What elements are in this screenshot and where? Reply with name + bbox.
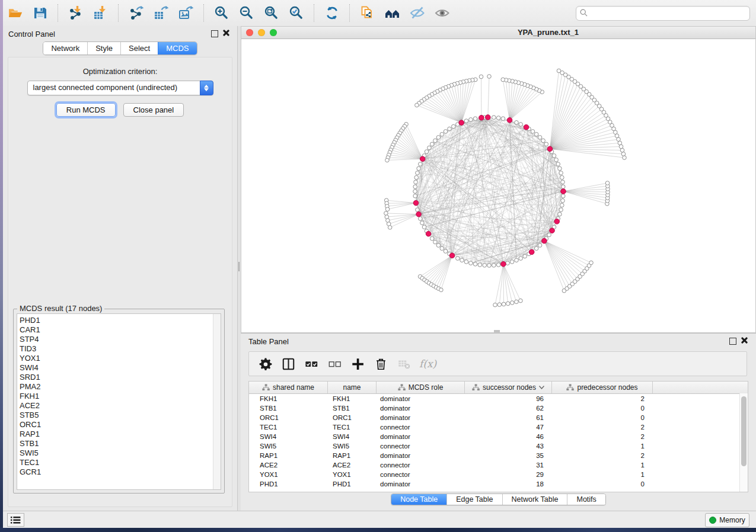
column-header-shared-name[interactable]: shared name (249, 382, 328, 393)
table-row[interactable]: STB1STB1dominator620 (249, 403, 748, 413)
mcds-result-item[interactable]: SWI5 (20, 448, 221, 458)
cell-shared-name: SWI5 (249, 441, 328, 451)
zoom-fit-button[interactable] (261, 3, 282, 23)
mcds-result-item[interactable]: ACE2 (20, 401, 221, 411)
control-panel-tabs: NetworkStyleSelectMCDS (3, 41, 237, 55)
tab-node-table[interactable]: Node Table (391, 494, 446, 505)
cell-shared-name: SWI4 (249, 432, 328, 441)
horizontal-splitter-grip[interactable] (494, 330, 500, 332)
column-header-predecessor-nodes[interactable]: predecessor nodes (552, 382, 653, 393)
tab-edge-table[interactable]: Edge Table (446, 494, 502, 505)
zoom-selected-button[interactable] (286, 3, 307, 23)
tab-motifs[interactable]: Motifs (567, 494, 605, 505)
float-panel-icon[interactable] (729, 338, 736, 345)
tab-mcds[interactable]: MCDS (158, 42, 196, 55)
table-row[interactable]: FKH1FKH1dominator962 (249, 394, 748, 403)
table-row[interactable]: RAP1RAP1dominator352 (249, 451, 748, 460)
open-file-button[interactable] (5, 3, 25, 23)
control-panel-title: Control Panel (8, 30, 55, 39)
cell-successor-nodes: 31 (465, 460, 552, 470)
table-row[interactable]: YOX1YOX1connector291 (249, 470, 748, 479)
run-mcds-button[interactable]: Run MCDS (56, 103, 116, 117)
cell-predecessor-nodes: 1 (552, 470, 653, 479)
show-all-button[interactable] (432, 3, 452, 23)
open-file-icon (8, 5, 23, 21)
mcds-result-item[interactable]: SRD1 (20, 373, 221, 382)
tab-select[interactable]: Select (120, 42, 158, 55)
status-bar: Memory (3, 511, 756, 528)
export-image-icon (178, 5, 194, 21)
node-table: shared namenameMCDS rolesuccessor nodesp… (248, 381, 748, 492)
cell-MCDS-role: dominator (377, 432, 465, 441)
cell-MCDS-role: dominator (377, 403, 465, 413)
memory-button[interactable]: Memory (705, 513, 749, 527)
search-input[interactable] (576, 6, 750, 21)
mcds-result-item[interactable]: YOX1 (20, 354, 221, 363)
tab-network[interactable]: Network (43, 42, 87, 55)
mcds-result-list: PHD1CAR1STP4TID3YOX1SWI4SRD1PMA2FKH1ACE2… (17, 313, 221, 490)
cell-name: FKH1 (328, 394, 377, 403)
optimization-criterion-dropdown[interactable]: largest connected component (undirected) (27, 81, 213, 95)
column-header-successor-nodes[interactable]: successor nodes (465, 382, 552, 393)
table-row[interactable]: SWI5SWI5connector431 (249, 441, 748, 451)
import-table-button[interactable] (91, 3, 111, 23)
export-network-button[interactable] (126, 3, 146, 23)
column-header-name[interactable]: name (328, 382, 377, 393)
zoom-out-button[interactable] (237, 3, 257, 23)
mcds-result-item[interactable]: RAP1 (20, 430, 221, 439)
table-row[interactable]: PHD1PHD1dominator180 (249, 479, 748, 489)
table-panel-tabs: Node TableEdge TableNetwork TableMotifs (241, 493, 756, 505)
mcds-result-item[interactable]: STB1 (20, 439, 221, 448)
mcds-result-item[interactable]: FKH1 (20, 392, 221, 401)
cell-MCDS-role: connector (377, 422, 465, 432)
table-scrollbar[interactable] (739, 393, 748, 492)
table-toolbar: f(x) (248, 351, 747, 376)
unselect-all-columns-button[interactable] (326, 355, 343, 373)
cell-MCDS-role: dominator (377, 394, 465, 403)
delete-columns-button[interactable] (372, 355, 390, 373)
close-panel-icon[interactable] (222, 28, 230, 37)
hide-selected-button[interactable] (407, 3, 428, 23)
mcds-result-item[interactable]: SWI4 (20, 363, 221, 373)
column-header-MCDS-role[interactable]: MCDS role (377, 382, 465, 393)
mcds-result-item[interactable]: PHD1 (20, 316, 221, 325)
close-panel-icon[interactable] (740, 336, 748, 344)
export-table-button[interactable] (151, 3, 171, 23)
tab-style[interactable]: Style (87, 42, 120, 55)
mcds-result-item[interactable]: CAR1 (20, 325, 221, 335)
import-network-button[interactable] (66, 3, 86, 23)
new-network-from-selection-button[interactable] (358, 3, 378, 23)
cell-MCDS-role: connector (377, 460, 465, 470)
float-panel-icon[interactable] (211, 30, 218, 37)
zoom-fit-icon (264, 5, 279, 21)
mcds-result-item[interactable]: TID3 (20, 344, 221, 354)
first-neighbors-button[interactable] (382, 3, 403, 23)
cell-name: ORC1 (328, 413, 377, 422)
mcds-result-item[interactable]: PMA2 (20, 382, 221, 392)
show-columns-button[interactable] (279, 355, 297, 373)
select-all-columns-button[interactable] (302, 355, 320, 373)
task-history-button[interactable] (7, 513, 24, 527)
table-row[interactable]: ACE2ACE2connector311 (249, 460, 748, 470)
table-scrollbar-thumb[interactable] (741, 396, 747, 466)
table-row[interactable]: SWI4SWI4dominator462 (249, 432, 748, 441)
table-row[interactable]: ORC1ORC1dominator610 (249, 413, 748, 422)
tab-network-table[interactable]: Network Table (502, 494, 567, 505)
mcds-result-item[interactable]: ORC1 (20, 420, 221, 430)
settings-button[interactable] (256, 355, 274, 373)
close-panel-button[interactable]: Close panel (123, 103, 184, 117)
zoom-in-button[interactable] (212, 3, 232, 23)
mcds-result-item[interactable]: GCR1 (20, 467, 221, 477)
mcds-result-scrollbar[interactable] (213, 314, 221, 489)
mcds-result-item[interactable]: STP4 (20, 335, 221, 344)
mcds-result-item[interactable]: STB5 (20, 411, 221, 420)
save-session-button[interactable] (30, 3, 50, 23)
apply-layout-button[interactable] (322, 3, 342, 23)
mcds-result-title: MCDS result (17 nodes) (17, 304, 104, 313)
table-row[interactable]: TEC1TEC1connector472 (249, 422, 748, 432)
cell-shared-name: FKH1 (249, 394, 328, 403)
export-image-button[interactable] (176, 3, 196, 23)
mcds-result-item[interactable]: TEC1 (20, 458, 221, 467)
create-column-button[interactable] (349, 355, 366, 373)
network-graph-canvas[interactable] (241, 39, 755, 332)
